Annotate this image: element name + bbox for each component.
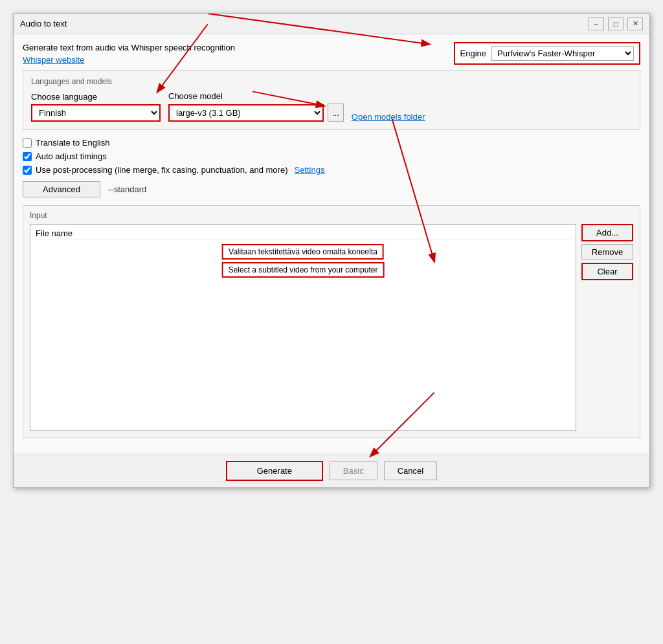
generate-button[interactable]: Generate: [226, 461, 323, 481]
minimize-button[interactable]: −: [589, 17, 604, 30]
input-section-title: Input: [30, 211, 633, 220]
main-window: Audio to text − □ ✕ Generate text from a…: [13, 13, 650, 488]
window-title: Audio to text: [20, 19, 67, 28]
advanced-standard-text: --standard: [108, 184, 146, 194]
bottom-bar: Generate Basic Cancel: [14, 454, 649, 487]
translate-row: Translate to English: [23, 138, 640, 148]
input-section: Input File name Valitaan tekstitettävä v…: [23, 205, 640, 438]
whisper-website-link[interactable]: Whisper website: [23, 55, 84, 65]
cancel-button[interactable]: Cancel: [384, 461, 437, 480]
input-content-row: File name Valitaan tekstitettävä video o…: [30, 224, 633, 431]
post-processing-checkbox[interactable]: [23, 166, 32, 175]
post-processing-label[interactable]: Use post-processing (line merge, fix cas…: [36, 165, 287, 175]
header-row: Generate text from audio via Whisper spe…: [23, 42, 640, 65]
annotation-en: Select a subtitled video from your compu…: [222, 262, 385, 278]
translate-label[interactable]: Translate to English: [36, 138, 109, 148]
languages-section-title: Languages and models: [31, 77, 632, 86]
maximize-button[interactable]: □: [608, 17, 624, 30]
choose-language-label: Choose language: [31, 92, 161, 102]
languages-section: Languages and models Choose language Fin…: [23, 70, 640, 130]
add-button[interactable]: Add...: [581, 224, 633, 241]
title-bar: Audio to text − □ ✕: [14, 14, 649, 34]
post-processing-row: Use post-processing (line merge, fix cas…: [23, 165, 640, 175]
window-controls: − □ ✕: [589, 17, 643, 30]
clear-button[interactable]: Clear: [581, 263, 633, 280]
advanced-row: Advanced --standard: [23, 181, 640, 197]
model-select[interactable]: large-v3 (3.1 GB) large-v2 (3.1 GB) medi…: [168, 104, 324, 122]
model-ellipsis-button[interactable]: ...: [328, 104, 344, 122]
auto-adjust-label[interactable]: Auto adjust timings: [36, 151, 107, 161]
model-row: large-v3 (3.1 GB) large-v2 (3.1 GB) medi…: [168, 104, 425, 122]
settings-link[interactable]: Settings: [294, 165, 324, 175]
header-left: Generate text from audio via Whisper spe…: [23, 43, 454, 65]
engine-select[interactable]: Purfview's Faster-Whisper OpenAI Whisper…: [491, 46, 634, 61]
auto-adjust-checkbox[interactable]: [23, 152, 32, 161]
language-select[interactable]: Finnish English Swedish German French Sp…: [31, 104, 161, 122]
app-description: Generate text from audio via Whisper spe…: [23, 43, 454, 52]
lang-model-row: Choose language Finnish English Swedish …: [31, 91, 632, 122]
translate-checkbox[interactable]: [23, 139, 32, 148]
file-list-header: File name: [33, 227, 573, 240]
annotation-fi: Valitaan tekstitettävä video omalta kone…: [222, 244, 384, 260]
engine-label: Engine: [460, 49, 486, 58]
advanced-button[interactable]: Advanced: [23, 181, 100, 197]
choose-model-label: Choose model: [168, 91, 425, 101]
engine-group: Engine Purfview's Faster-Whisper OpenAI …: [454, 42, 640, 65]
language-field-group: Choose language Finnish English Swedish …: [31, 92, 161, 122]
content-area: Generate text from audio via Whisper spe…: [14, 34, 649, 454]
model-field-group: Choose model large-v3 (3.1 GB) large-v2 …: [168, 91, 425, 122]
basic-button[interactable]: Basic: [330, 461, 377, 480]
auto-adjust-row: Auto adjust timings: [23, 151, 640, 161]
input-buttons: Add... Remove Clear: [581, 224, 633, 280]
file-list-area: File name Valitaan tekstitettävä video o…: [30, 224, 576, 431]
close-button[interactable]: ✕: [627, 17, 643, 30]
remove-button[interactable]: Remove: [581, 244, 633, 260]
options-area: Translate to English Auto adjust timings…: [23, 138, 640, 175]
open-models-folder-link[interactable]: Open models folder: [352, 112, 425, 122]
